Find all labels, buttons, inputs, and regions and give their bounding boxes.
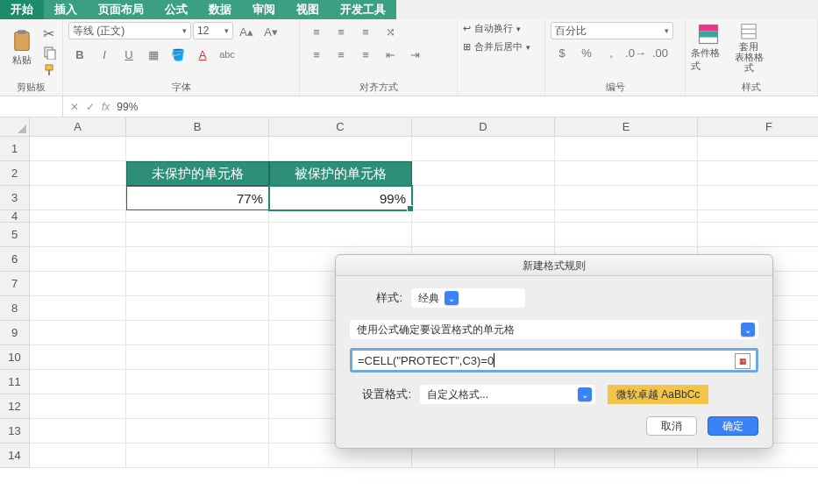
cell-A11[interactable] [30, 370, 126, 394]
cell-B3[interactable]: 77% [126, 186, 269, 210]
tab-formulas[interactable]: 公式 [154, 0, 198, 19]
cell-C5[interactable] [269, 223, 412, 247]
cell-B11[interactable] [126, 370, 269, 394]
name-box[interactable] [0, 96, 63, 117]
table-format-button[interactable]: 套用 表格格式 [731, 22, 766, 73]
col-header-E[interactable]: E [555, 117, 698, 137]
tab-data[interactable]: 数据 [198, 0, 242, 19]
cell-F1[interactable] [698, 137, 818, 161]
number-format-select[interactable]: 百分比▾ [551, 22, 673, 39]
comma-icon[interactable]: , [600, 43, 622, 62]
cell-B7[interactable] [126, 272, 269, 296]
cell-A3[interactable] [30, 186, 126, 210]
cell-A4[interactable] [30, 210, 126, 223]
decrease-font-icon[interactable]: A▾ [260, 22, 282, 41]
formula-input[interactable]: 99% [117, 101, 818, 113]
border-icon[interactable]: ▦ [142, 45, 165, 64]
cell-A13[interactable] [30, 419, 126, 444]
cancel-formula-icon[interactable]: ✕ [70, 101, 79, 113]
cell-E4[interactable] [555, 210, 698, 223]
tab-developer[interactable]: 开发工具 [330, 0, 396, 19]
cell-C2[interactable]: 被保护的单元格 [269, 161, 412, 186]
cell-A14[interactable] [30, 444, 126, 468]
increase-indent-icon[interactable]: ⇥ [403, 45, 426, 64]
row-header-13[interactable]: 13 [0, 419, 30, 444]
row-header-14[interactable]: 14 [0, 444, 30, 468]
row-header-12[interactable]: 12 [0, 394, 30, 419]
font-color-icon[interactable]: A [191, 45, 214, 64]
cell-D3[interactable] [412, 186, 555, 210]
range-picker-icon[interactable]: ▦ [735, 353, 750, 369]
align-right-icon[interactable]: ≡ [354, 45, 377, 64]
phonetic-icon[interactable]: abc [216, 45, 238, 64]
paste-button[interactable]: 粘贴 [5, 22, 38, 73]
row-header-6[interactable]: 6 [0, 247, 30, 272]
cell-A9[interactable] [30, 321, 126, 345]
cell-E5[interactable] [555, 223, 698, 247]
align-bottom-icon[interactable]: ≡ [354, 22, 377, 41]
cell-A8[interactable] [30, 296, 126, 321]
bold-icon[interactable]: B [68, 45, 91, 64]
formula-input-field[interactable]: =CELL("PROTECT",C3)=0 ▦ [350, 348, 758, 373]
cell-D1[interactable] [412, 137, 555, 161]
cut-icon[interactable]: ✂ [43, 25, 57, 42]
col-header-D[interactable]: D [412, 117, 555, 137]
tab-view[interactable]: 视图 [286, 0, 330, 19]
format-painter-icon[interactable] [43, 63, 57, 77]
cell-F3[interactable] [698, 186, 818, 210]
italic-icon[interactable]: I [93, 45, 116, 64]
fill-color-icon[interactable]: 🪣 [167, 45, 189, 64]
copy-icon[interactable] [43, 46, 57, 60]
align-center-icon[interactable]: ≡ [330, 45, 352, 64]
cell-B8[interactable] [126, 296, 269, 321]
row-header-5[interactable]: 5 [0, 223, 30, 247]
cell-B10[interactable] [126, 345, 269, 370]
decrease-decimal-icon[interactable]: .00 [649, 43, 672, 62]
tab-insert[interactable]: 插入 [44, 0, 88, 19]
cell-B1[interactable] [126, 137, 269, 161]
col-header-F[interactable]: F [698, 117, 818, 137]
align-left-icon[interactable]: ≡ [305, 45, 328, 64]
row-header-9[interactable]: 9 [0, 321, 30, 345]
cell-A2[interactable] [30, 161, 126, 186]
cell-A5[interactable] [30, 223, 126, 247]
tab-page-layout[interactable]: 页面布局 [88, 0, 154, 19]
cell-B13[interactable] [126, 419, 269, 444]
cell-B6[interactable] [126, 247, 269, 272]
ok-button[interactable]: 确定 [708, 416, 758, 436]
underline-icon[interactable]: U [117, 45, 140, 64]
cell-A6[interactable] [30, 247, 126, 272]
cell-F5[interactable] [698, 223, 818, 247]
increase-font-icon[interactable]: A▴ [235, 22, 258, 41]
tab-review[interactable]: 审阅 [242, 0, 286, 19]
row-header-8[interactable]: 8 [0, 296, 30, 321]
increase-decimal-icon[interactable]: .0→ [624, 43, 647, 62]
cell-C3[interactable]: 99% [269, 186, 412, 210]
conditional-format-button[interactable]: 条件格式 [691, 22, 726, 73]
align-middle-icon[interactable]: ≡ [330, 22, 352, 41]
cell-D4[interactable] [412, 210, 555, 223]
merge-center-button[interactable]: ⊞合并后居中▾ [463, 40, 530, 53]
cell-C4[interactable] [269, 210, 412, 223]
decrease-indent-icon[interactable]: ⇤ [379, 45, 402, 64]
fx-icon[interactable]: fx [102, 101, 110, 113]
rule-type-select[interactable]: 使用公式确定要设置格式的单元格 ⌄ [350, 320, 758, 339]
cell-D5[interactable] [412, 223, 555, 247]
cell-A1[interactable] [30, 137, 126, 161]
cell-C1[interactable] [269, 137, 412, 161]
align-top-icon[interactable]: ≡ [305, 22, 328, 41]
orientation-icon[interactable]: ⤭ [379, 22, 402, 41]
tab-home[interactable]: 开始 [0, 0, 44, 19]
wrap-text-button[interactable]: ↩自动换行▾ [463, 22, 521, 35]
style-select[interactable]: 经典 ⌄ [411, 288, 525, 308]
cell-B5[interactable] [126, 223, 269, 247]
cell-D2[interactable] [412, 161, 555, 186]
col-header-A[interactable]: A [30, 117, 126, 137]
cell-B12[interactable] [126, 394, 269, 419]
select-all-corner[interactable] [0, 117, 30, 137]
cell-A7[interactable] [30, 272, 126, 296]
row-header-7[interactable]: 7 [0, 272, 30, 296]
cell-A10[interactable] [30, 345, 126, 370]
row-header-1[interactable]: 1 [0, 137, 30, 161]
row-header-4[interactable]: 4 [0, 210, 30, 223]
